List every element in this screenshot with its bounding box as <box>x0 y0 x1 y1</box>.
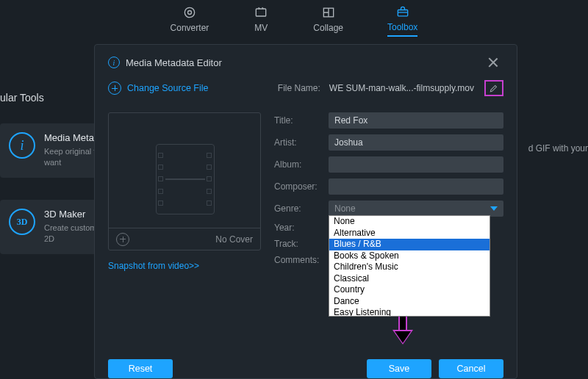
svg-rect-2 <box>257 9 266 16</box>
reset-button[interactable]: Reset <box>108 359 173 378</box>
label-title: Title: <box>274 115 324 126</box>
svg-rect-4 <box>398 10 407 15</box>
label-track: Track: <box>274 239 324 249</box>
genre-option[interactable]: Classical <box>329 273 490 285</box>
genre-option[interactable]: Blues / R&B <box>329 239 490 250</box>
source-row: Change Source File File Name: WE SUM-man… <box>95 76 517 107</box>
change-source-button[interactable]: Change Source File <box>127 83 272 93</box>
toolbox-icon <box>395 4 411 19</box>
cancel-button[interactable]: Cancel <box>439 359 503 378</box>
svg-point-1 <box>187 10 191 14</box>
modal-footer: Reset Save Cancel <box>95 350 517 378</box>
close-icon[interactable] <box>487 57 499 68</box>
chevron-down-icon <box>490 206 498 211</box>
tab-toolbox[interactable]: Toolbox <box>387 4 417 37</box>
no-cover-label: No Cover <box>215 234 253 245</box>
card-desc: Create customi 2D <box>44 223 98 245</box>
info-icon: i <box>108 57 120 68</box>
input-album[interactable] <box>329 156 503 173</box>
annotation-arrow <box>392 312 413 346</box>
card-desc-fragment: d GIF with your <box>528 143 588 154</box>
snapshot-link[interactable]: Snapshot from video>> <box>108 261 261 271</box>
pencil-icon <box>489 83 499 93</box>
tab-label: Toolbox <box>387 22 417 32</box>
genre-option[interactable]: Alternative <box>329 228 490 239</box>
genre-dropdown[interactable]: NoneAlternativeBlues / R&BBooks & Spoken… <box>329 215 490 317</box>
label-genre: Genre: <box>274 203 324 214</box>
genre-option[interactable]: Children's Music <box>329 261 490 273</box>
genre-option[interactable]: Books & Spoken <box>329 250 490 262</box>
tab-label: Converter <box>171 23 209 33</box>
genre-option[interactable]: None <box>329 216 490 228</box>
three-d-icon: 3D <box>9 209 35 235</box>
label-artist: Artist: <box>274 137 324 148</box>
mv-icon <box>253 5 269 20</box>
film-icon <box>156 144 215 214</box>
select-genre[interactable]: None <box>329 201 503 217</box>
card-title: 3D Maker <box>44 209 98 220</box>
tab-converter[interactable]: Converter <box>171 5 209 36</box>
label-composer: Composer: <box>274 181 324 192</box>
info-icon: i <box>9 132 35 159</box>
cover-panel: No Cover Snapshot from video>> <box>108 112 261 350</box>
input-artist[interactable] <box>329 134 503 151</box>
top-nav: Converter MV Collage Toolbox <box>0 0 588 40</box>
cover-add-row: No Cover <box>109 228 260 250</box>
file-name-label: File Name: <box>278 83 320 93</box>
plus-icon <box>108 82 121 95</box>
label-comments: Comments: <box>274 255 324 265</box>
metadata-editor-modal: i Media Metadata Editor Change Source Fi… <box>94 44 517 379</box>
edit-filename-button[interactable] <box>484 80 503 96</box>
genre-option[interactable]: Easy Listening <box>329 307 490 317</box>
fields-panel: Title: Artist: Album: Composer: Genre: N… <box>274 112 503 350</box>
save-button[interactable]: Save <box>367 359 431 378</box>
modal-title: Media Metadata Editor <box>126 57 481 68</box>
tab-label: Collage <box>313 23 343 33</box>
collage-icon <box>320 5 337 20</box>
tab-mv[interactable]: MV <box>253 5 269 36</box>
genre-option[interactable]: Country <box>329 284 490 296</box>
tab-label: MV <box>254 23 268 33</box>
tab-collage[interactable]: Collage <box>313 5 343 36</box>
cover-frame: No Cover <box>108 112 261 250</box>
section-heading: ular Tools <box>0 92 44 104</box>
input-title[interactable] <box>329 112 503 129</box>
select-genre-value: None <box>334 203 356 214</box>
file-name-value: WE SUM-man-walk...-filmsupply.mov <box>329 83 474 93</box>
genre-option[interactable]: Dance <box>329 296 490 308</box>
label-year: Year: <box>274 223 324 233</box>
label-album: Album: <box>274 159 324 170</box>
modal-header: i Media Metadata Editor <box>95 45 517 76</box>
converter-icon <box>182 5 198 20</box>
modal-body: No Cover Snapshot from video>> Title: Ar… <box>95 107 517 350</box>
add-cover-icon[interactable] <box>116 233 129 246</box>
input-composer[interactable] <box>329 178 503 195</box>
svg-point-0 <box>184 7 194 17</box>
